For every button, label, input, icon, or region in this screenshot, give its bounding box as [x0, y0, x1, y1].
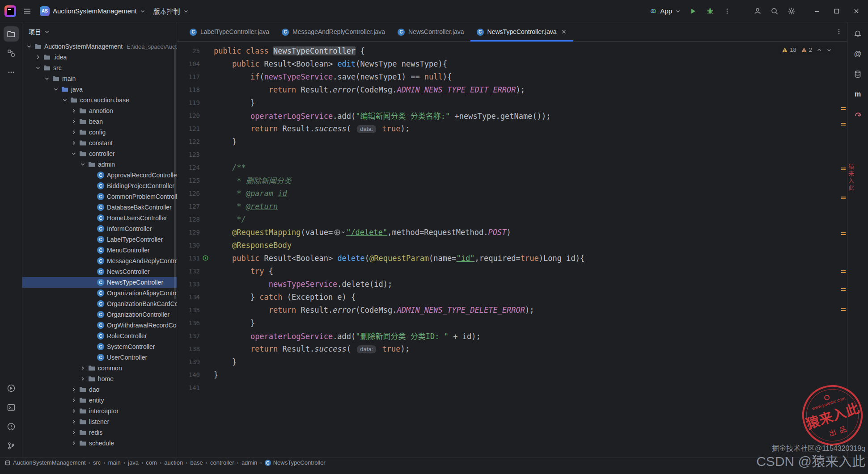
code-with-me-button[interactable]	[750, 4, 765, 19]
tree-item-java[interactable]: java	[22, 84, 177, 95]
chevron-down-icon[interactable]	[79, 162, 87, 167]
chevron-right-icon[interactable]	[70, 419, 78, 424]
warning-stripe-mark[interactable]	[841, 168, 846, 170]
inspections-widget[interactable]: 18 2	[778, 45, 835, 55]
tree-item-InformController[interactable]: CInformController	[22, 223, 177, 234]
breadcrumb-item-auction[interactable]: auction	[164, 459, 183, 466]
run-button[interactable]	[686, 4, 701, 19]
project-tool-button[interactable]	[4, 26, 19, 42]
warning-stripe-mark[interactable]	[841, 270, 846, 273]
tab-options-button[interactable]	[835, 22, 843, 41]
more-tool-windows-button[interactable]	[4, 65, 19, 80]
more-actions-button[interactable]	[720, 4, 735, 19]
breadcrumb-item-NewsTypeController[interactable]: CNewsTypeController	[265, 459, 326, 466]
chevron-down-icon[interactable]	[25, 44, 33, 49]
chevron-right-icon[interactable]	[70, 408, 78, 414]
tree-item-SystemController[interactable]: CSystemController	[22, 341, 177, 352]
breadcrumb-item-AuctionSystemManagement[interactable]: AuctionSystemManagement	[4, 459, 86, 466]
endpoint-icon[interactable]	[202, 254, 209, 262]
tree-item-RoleController[interactable]: CRoleController	[22, 331, 177, 341]
panel-scrollbar[interactable]	[174, 49, 176, 299]
tree-item-src[interactable]: src	[22, 63, 177, 73]
problems-tool-button[interactable]	[4, 419, 19, 434]
warning-stripe-mark[interactable]	[841, 308, 846, 311]
vcs-widget[interactable]: 版本控制	[150, 4, 192, 19]
tree-item-config[interactable]: config	[22, 127, 177, 138]
tree-item-HomeUsersController[interactable]: CHomeUsersController	[22, 213, 177, 223]
terminal-tool-button[interactable]	[4, 400, 19, 415]
tree-item-UserController[interactable]: CUserController	[22, 352, 177, 363]
debug-button[interactable]	[703, 4, 718, 19]
maven-tool-button[interactable]: m	[850, 87, 865, 102]
chevron-down-icon[interactable]	[34, 65, 42, 71]
breadcrumb-item-src[interactable]: src	[93, 459, 101, 466]
prev-problem-icon[interactable]	[817, 47, 822, 53]
notifications-button[interactable]	[850, 26, 865, 42]
tab-MessageAndReplyController.java[interactable]: CMessageAndReplyController.java	[275, 22, 391, 41]
tree-item-MenuController[interactable]: CMenuController	[22, 245, 177, 256]
tree-item-interceptor[interactable]: interceptor	[22, 406, 177, 416]
breadcrumb-item-main[interactable]: main	[108, 459, 121, 466]
chevron-right-icon[interactable]	[70, 119, 78, 124]
tree-item-LabelTypeController[interactable]: CLabelTypeController	[22, 234, 177, 245]
chevron-right-icon[interactable]	[79, 376, 87, 382]
breadcrumb-item-com[interactable]: com	[146, 459, 157, 466]
chevron-right-icon[interactable]	[70, 130, 78, 135]
run-configuration-widget[interactable]: App	[647, 4, 684, 19]
chevron-right-icon[interactable]	[70, 140, 78, 146]
code-editor[interactable]: 25public class NewsTypeController {104 p…	[177, 42, 847, 457]
chevron-down-icon[interactable]	[52, 87, 60, 92]
warning-stripe-mark[interactable]	[841, 123, 846, 126]
tree-item-ApprovalRecordController[interactable]: CApprovalRecordController	[22, 170, 177, 180]
warning-stripe-mark[interactable]	[841, 197, 846, 199]
tab-LabelTypeController.java[interactable]: CLabelTypeController.java	[183, 22, 275, 41]
chevron-right-icon[interactable]	[70, 108, 78, 113]
tree-item-constant[interactable]: constant	[22, 138, 177, 148]
database-tool-button[interactable]	[850, 67, 865, 82]
tree-item-annotion[interactable]: annotion	[22, 105, 177, 116]
tree-item-OrganizationController[interactable]: COrganizationController	[22, 309, 177, 320]
tree-item-bean[interactable]: bean	[22, 116, 177, 127]
tree-item-NewsController[interactable]: CNewsController	[22, 266, 177, 277]
structure-tool-button[interactable]	[4, 46, 19, 61]
chevron-down-icon[interactable]	[43, 76, 51, 81]
chevron-right-icon[interactable]	[70, 398, 78, 403]
breadcrumb-item-java[interactable]: java	[128, 459, 139, 466]
tree-item-admin[interactable]: admin	[22, 159, 177, 170]
close-tab-icon[interactable]	[561, 29, 567, 35]
tree-item-com.auction.base[interactable]: com.auction.base	[22, 95, 177, 105]
chevron-down-icon[interactable]	[70, 151, 78, 156]
tree-item-CommonProblemController[interactable]: CCommonProblemController	[22, 191, 177, 202]
search-everywhere-button[interactable]	[767, 4, 782, 19]
warning-stripe-mark[interactable]	[841, 288, 846, 291]
tree-item-AuctionSystemManagement[interactable]: AuctionSystemManagementE:\idea_space\Auc…	[22, 41, 177, 52]
tree-item-main[interactable]: main	[22, 73, 177, 84]
version-control-tool-button[interactable]	[4, 438, 19, 453]
breadcrumb-item-admin[interactable]: admin	[241, 459, 257, 466]
main-menu-button[interactable]	[20, 4, 35, 19]
tree-item-MessageAndReplyController[interactable]: CMessageAndReplyController	[22, 256, 177, 266]
project-panel-header[interactable]: 项目	[22, 22, 177, 41]
tree-item-OrganizationAlipayController[interactable]: COrganizationAlipayController	[22, 288, 177, 298]
tree-item-listener[interactable]: listener	[22, 416, 177, 427]
tree-item-BiddingProjectController[interactable]: CBiddingProjectController	[22, 180, 177, 191]
gradle-tool-button[interactable]	[850, 107, 865, 122]
tree-item-controller[interactable]: controller	[22, 148, 177, 159]
tree-item-entity[interactable]: entity	[22, 395, 177, 406]
close-button[interactable]	[847, 2, 865, 20]
chevron-right-icon[interactable]	[34, 55, 42, 60]
tree-item-redis[interactable]: redis	[22, 427, 177, 438]
tab-NewsController.java[interactable]: CNewsController.java	[391, 22, 470, 41]
settings-button[interactable]	[784, 4, 799, 19]
chevron-right-icon[interactable]	[70, 440, 78, 446]
maximize-button[interactable]	[828, 2, 846, 20]
warning-stripe-mark[interactable]	[841, 232, 846, 235]
chevron-right-icon[interactable]	[70, 387, 78, 392]
chevron-right-icon[interactable]	[79, 365, 87, 371]
tab-NewsTypeController.java[interactable]: CNewsTypeController.java	[470, 22, 574, 41]
tree-item-schedule[interactable]: schedule	[22, 438, 177, 449]
tree-item-OrgWithdrawalRecordController[interactable]: COrgWithdrawalRecordController	[22, 320, 177, 331]
next-problem-icon[interactable]	[826, 47, 832, 53]
url-globe-icon[interactable]	[334, 229, 345, 236]
tree-item-DatabaseBakController[interactable]: CDatabaseBakController	[22, 202, 177, 213]
